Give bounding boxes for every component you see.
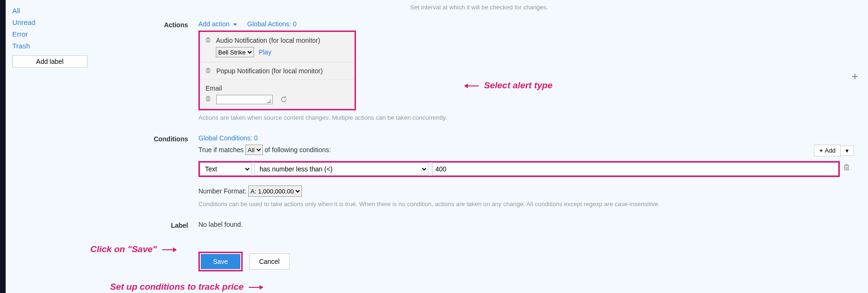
condition-value-input[interactable] [432, 162, 838, 176]
arrow-right-icon [162, 249, 176, 250]
save-button[interactable]: Save [201, 254, 240, 269]
email-input[interactable] [216, 95, 273, 104]
action-audio-label: Audio Notification (for local monitor) [216, 37, 320, 44]
trash-icon[interactable] [205, 96, 211, 103]
annotation-save-text: Click on "Save" [90, 244, 157, 254]
trash-icon[interactable] [844, 161, 850, 172]
arrow-left-icon [465, 85, 479, 86]
actions-help: Actions are taken when source content ch… [198, 114, 854, 121]
caret-down-icon [233, 23, 237, 26]
add-condition-button[interactable]: + Add [814, 145, 841, 156]
global-conditions-link[interactable]: Global Conditions: 0 [198, 134, 258, 142]
condition-operator-select[interactable]: has number less than (<) [254, 162, 428, 176]
match-suffix: of following conditions: [265, 146, 331, 154]
action-audio: Audio Notification (for local monitor) B… [200, 32, 355, 62]
number-format-select[interactable]: A: 1,000,000.00 [248, 185, 302, 197]
action-popup: Popup Notification (for local monitor) [200, 62, 355, 80]
arrow-right-icon [249, 287, 263, 288]
no-label-text: No label found. [198, 221, 243, 228]
annotation-conditions-text: Set up conditions to track price [110, 282, 244, 292]
global-actions-link[interactable]: Global Actions: 0 [247, 20, 297, 28]
add-condition-label: Add [825, 147, 836, 154]
match-prefix: True if matches [198, 146, 244, 154]
condition-type-select[interactable]: Text [200, 162, 252, 176]
main-panel: Set interval at which it will be checked… [100, 0, 868, 293]
add-action-label: Add action [198, 20, 229, 28]
annotation-save: Click on "Save" [90, 244, 179, 254]
sidebar-item-trash[interactable]: Trash [12, 40, 93, 52]
cancel-button[interactable]: Cancel [249, 254, 290, 270]
play-link[interactable]: Play [259, 48, 271, 56]
action-email-label: Email [205, 85, 349, 92]
plus-icon: + [819, 147, 823, 154]
add-condition-caret[interactable]: ▼ [841, 146, 854, 156]
number-format-label: Number Format: [198, 187, 246, 195]
action-email: Email [200, 80, 355, 109]
actions-list-callout: Audio Notification (for local monitor) B… [198, 31, 356, 110]
sidebar-item-unread[interactable]: Unread [12, 16, 93, 28]
trash-icon[interactable] [205, 68, 211, 75]
add-action-plus-icon[interactable] [851, 72, 859, 83]
annotation-alert: Select alert type [462, 80, 552, 91]
condition-row-callout: Text has number less than (<) [198, 161, 840, 177]
annotation-conditions: Set up conditions to track price [110, 282, 266, 292]
section-title-actions: Actions [104, 20, 198, 121]
add-action-link[interactable]: Add action [198, 20, 239, 28]
match-mode-select[interactable]: All [245, 145, 263, 155]
annotation-alert-text: Select alert type [484, 80, 552, 90]
conditions-help: Conditions can be used to take actions o… [198, 200, 854, 208]
sidebar: All Unread Error Trash Add label [6, 0, 100, 293]
save-callout: Save [198, 252, 243, 271]
interval-hint: Set interval at which it will be checked… [104, 4, 854, 11]
sidebar-item-error[interactable]: Error [12, 28, 93, 40]
trash-icon[interactable] [205, 37, 211, 44]
action-popup-label: Popup Notification (for local monitor) [216, 67, 323, 75]
section-title-conditions: Conditions [104, 134, 198, 208]
sidebar-item-all[interactable]: All [12, 5, 93, 16]
refresh-icon[interactable] [280, 96, 287, 103]
add-label-button[interactable]: Add label [12, 55, 87, 68]
audio-sound-select[interactable]: Bell Strike [216, 47, 254, 57]
section-title-label: Label [104, 221, 198, 229]
